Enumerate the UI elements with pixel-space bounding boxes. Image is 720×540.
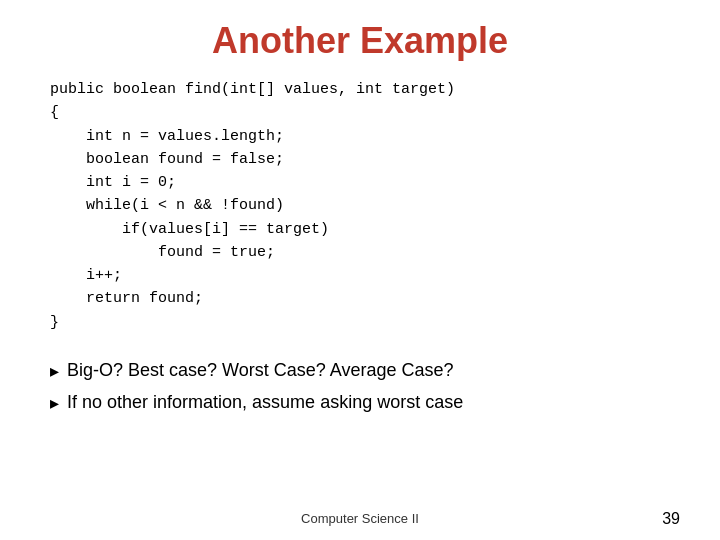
code-line-11: i++; bbox=[50, 264, 680, 287]
bullet-text-1: Big-O? Best case? Worst Case? Average Ca… bbox=[67, 358, 454, 383]
bullet-text-2: If no other information, assume asking w… bbox=[67, 390, 463, 415]
bullet-arrow-2: ▸ bbox=[50, 391, 59, 416]
bullet-item-1: ▸ Big-O? Best case? Worst Case? Average … bbox=[50, 358, 680, 384]
bullet-section: ▸ Big-O? Best case? Worst Case? Average … bbox=[40, 358, 680, 422]
bullet-item-2: ▸ If no other information, assume asking… bbox=[50, 390, 680, 416]
code-line-7: while(i < n && !found) bbox=[50, 194, 680, 217]
code-line-1: public boolean find(int[] values, int ta… bbox=[50, 78, 680, 101]
code-line-4: boolean found = false; bbox=[50, 148, 680, 171]
code-line-6: int i = 0; bbox=[50, 171, 680, 194]
page-number: 39 bbox=[662, 510, 680, 528]
code-block: public boolean find(int[] values, int ta… bbox=[40, 78, 680, 334]
footer: Computer Science II 39 bbox=[0, 511, 720, 526]
code-line-9: found = true; bbox=[50, 241, 680, 264]
code-line-12: return found; bbox=[50, 287, 680, 310]
code-line-8: if(values[i] == target) bbox=[50, 218, 680, 241]
slide: Another Example public boolean find(int[… bbox=[0, 0, 720, 540]
slide-title: Another Example bbox=[40, 20, 680, 62]
code-line-2: { bbox=[50, 101, 680, 124]
code-line-13: } bbox=[50, 311, 680, 334]
bullet-arrow-1: ▸ bbox=[50, 359, 59, 384]
footer-center-text: Computer Science II bbox=[0, 511, 720, 526]
code-line-3: int n = values.length; bbox=[50, 125, 680, 148]
